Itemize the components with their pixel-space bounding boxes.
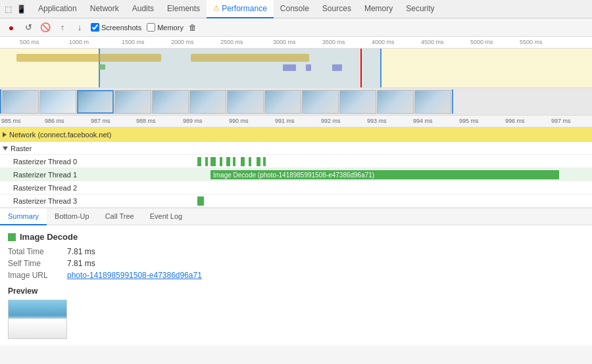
tab-performance[interactable]: ⚠ Performance bbox=[207, 0, 274, 18]
raster-thread-3-row: Rasterizer Thread 3 bbox=[0, 194, 592, 208]
tick-500ms: 500 ms bbox=[20, 39, 39, 45]
raster-thread-1-content: Image Decode (photo-1418985991508-e47386… bbox=[99, 168, 592, 181]
tick-4000ms: 4000 ms bbox=[372, 39, 395, 45]
summary-image-url-row: Image URL photo-1418985991508-e47386d96a… bbox=[8, 271, 584, 280]
tab-network[interactable]: Network bbox=[84, 0, 126, 18]
tab-memory[interactable]: Memory bbox=[358, 0, 399, 18]
network-row[interactable]: Network (connect.facebook.net) bbox=[0, 127, 592, 142]
tab-elements[interactable]: Elements bbox=[160, 0, 207, 18]
preview-image-inner bbox=[9, 300, 66, 338]
warning-icon: ⚠ bbox=[213, 4, 220, 12]
memory-checkbox-label[interactable]: Memory bbox=[147, 23, 184, 32]
tab-summary[interactable]: Summary bbox=[0, 208, 47, 225]
summary-total-time-value: 7.81 ms bbox=[67, 247, 95, 256]
reload-button[interactable]: ↺ bbox=[22, 22, 34, 34]
bottom-tab-bar: Summary Bottom-Up Call Tree Event Log bbox=[0, 208, 592, 225]
tab-bottom-up[interactable]: Bottom-Up bbox=[47, 208, 97, 225]
overview-area[interactable] bbox=[0, 49, 592, 88]
tab-event-log[interactable]: Event Log bbox=[142, 208, 191, 225]
detail-tick-989: 989 ms bbox=[183, 118, 203, 124]
tick-2000ms: 2000 ms bbox=[171, 39, 194, 45]
overview-bar-1 bbox=[16, 54, 161, 62]
detail-ruler: 985 ms 986 ms 987 ms 988 ms 989 ms 990 m… bbox=[0, 116, 592, 127]
summary-title-row: Image Decode bbox=[8, 232, 584, 242]
raster-bar-thread3 bbox=[197, 196, 204, 206]
record-button[interactable]: ● bbox=[5, 22, 17, 34]
tick-1000ms: 1000 m bbox=[69, 39, 89, 45]
screenshot-thumb[interactable] bbox=[377, 90, 414, 114]
raster-header[interactable]: Raster bbox=[0, 142, 592, 155]
raster-bar bbox=[263, 157, 266, 166]
detail-tick-991: 991 ms bbox=[275, 118, 295, 124]
overview-bar-4 bbox=[283, 64, 296, 71]
detail-tick-997: 997 ms bbox=[551, 118, 571, 124]
detail-tick-995: 995 ms bbox=[459, 118, 479, 124]
detail-tick-996: 996 ms bbox=[505, 118, 525, 124]
tick-2500ms: 2500 ms bbox=[220, 39, 243, 45]
memory-checkbox[interactable] bbox=[147, 23, 155, 32]
overview-bar-6 bbox=[332, 64, 342, 71]
preview-image bbox=[8, 300, 67, 339]
detail-tick-994: 994 ms bbox=[413, 118, 433, 124]
detail-tick-987: 987 ms bbox=[91, 118, 111, 124]
detail-tick-985: 985 ms bbox=[1, 118, 21, 124]
summary-image-url-key: Image URL bbox=[8, 271, 67, 280]
red-marker-line bbox=[360, 49, 362, 87]
tab-sources[interactable]: Sources bbox=[316, 0, 358, 18]
summary-panel: Image Decode Total Time 7.81 ms Self Tim… bbox=[0, 225, 592, 346]
raster-thread-3-content bbox=[99, 194, 592, 207]
raster-bar bbox=[226, 157, 230, 166]
screenshot-thumb[interactable] bbox=[264, 90, 301, 114]
raster-thread-2-row: Rasterizer Thread 2 bbox=[0, 181, 592, 194]
detail-tick-990: 990 ms bbox=[229, 118, 249, 124]
tab-application[interactable]: Application bbox=[32, 0, 84, 18]
inspect-icon[interactable]: ⬚ bbox=[3, 4, 13, 14]
raster-expand-icon bbox=[3, 147, 8, 150]
preview-title: Preview bbox=[8, 286, 584, 296]
screenshot-thumb[interactable] bbox=[302, 90, 339, 114]
summary-total-time-key: Total Time bbox=[8, 247, 67, 256]
tick-3500ms: 3500 ms bbox=[322, 39, 345, 45]
tab-console[interactable]: Console bbox=[274, 0, 316, 18]
clear-button[interactable]: 🚫 bbox=[39, 22, 51, 34]
raster-bar bbox=[220, 157, 222, 166]
summary-color-box bbox=[8, 233, 16, 241]
tab-security[interactable]: Security bbox=[399, 0, 441, 18]
raster-bar bbox=[233, 157, 235, 166]
upload-button[interactable]: ↑ bbox=[57, 22, 68, 34]
screenshot-thumb[interactable] bbox=[227, 90, 264, 114]
screenshot-thumb[interactable] bbox=[152, 90, 189, 114]
screenshot-thumb[interactable] bbox=[39, 90, 76, 114]
screenshot-thumb[interactable] bbox=[2, 90, 39, 114]
raster-thread-0-row: Rasterizer Thread 0 bbox=[0, 155, 592, 168]
timeline-ruler: 500 ms 1000 m 1500 ms 2000 ms 2500 ms 30… bbox=[0, 37, 592, 49]
summary-image-url-link[interactable]: photo-1418985991508-e47386d96a71 bbox=[67, 271, 202, 280]
detail-tick-986: 986 ms bbox=[45, 118, 64, 124]
screenshot-thumb[interactable] bbox=[339, 90, 376, 114]
raster-thread-1-row[interactable]: Rasterizer Thread 1 Image Decode (photo-… bbox=[0, 168, 592, 181]
raster-thread-2-label: Rasterizer Thread 2 bbox=[0, 184, 99, 192]
detail-tick-993: 993 ms bbox=[367, 118, 387, 124]
screenshots-checkbox-label[interactable]: Screenshots bbox=[91, 23, 141, 32]
download-button[interactable]: ↓ bbox=[74, 22, 86, 34]
summary-self-time-row: Self Time 7.81 ms bbox=[8, 259, 584, 268]
detail-tick-988: 988 ms bbox=[136, 118, 156, 124]
tick-5000ms: 5000 ms bbox=[470, 39, 493, 45]
screenshots-strip bbox=[0, 88, 592, 116]
summary-self-time-value: 7.81 ms bbox=[67, 259, 95, 268]
screenshot-thumb-highlighted[interactable] bbox=[77, 90, 114, 114]
detail-tick-992: 992 ms bbox=[321, 118, 341, 124]
delete-button[interactable]: 🗑 bbox=[189, 23, 197, 32]
tab-audits[interactable]: Audits bbox=[126, 0, 160, 18]
overview-bar-3 bbox=[99, 64, 105, 70]
overview-bar-5 bbox=[306, 64, 311, 71]
tab-call-tree[interactable]: Call Tree bbox=[97, 208, 142, 225]
screenshot-thumb[interactable] bbox=[414, 90, 451, 114]
raster-bar bbox=[197, 157, 201, 166]
tick-3000ms: 3000 ms bbox=[273, 39, 296, 45]
screenshot-thumb[interactable] bbox=[189, 90, 226, 114]
summary-title: Image Decode bbox=[20, 232, 78, 242]
device-icon[interactable]: 📱 bbox=[16, 4, 26, 14]
screenshots-checkbox[interactable] bbox=[91, 23, 99, 32]
screenshot-thumb[interactable] bbox=[114, 90, 151, 114]
